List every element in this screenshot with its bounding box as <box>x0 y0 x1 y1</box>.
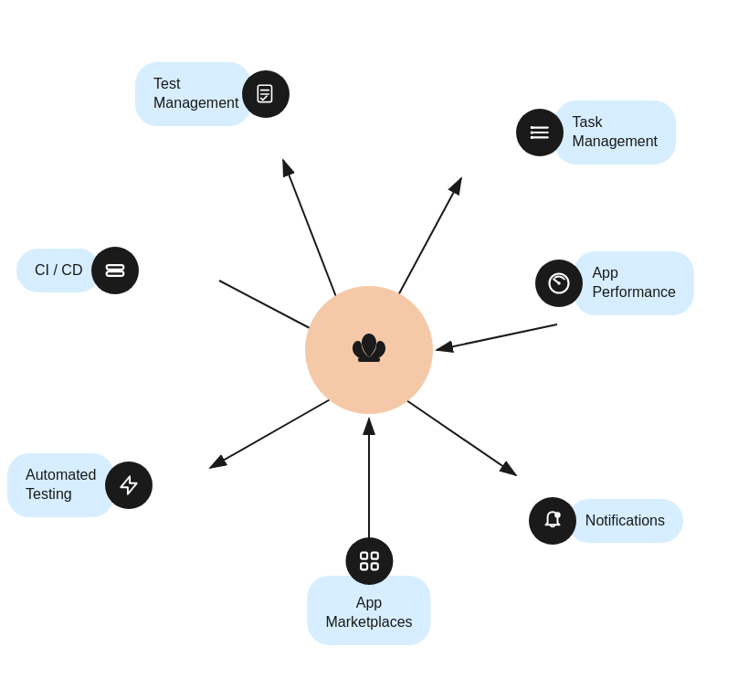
center-circle <box>305 286 433 414</box>
test-management-label: TestManagement <box>153 75 238 113</box>
test-management-bubble: TestManagement <box>135 62 251 126</box>
app-performance-label: AppPerformance <box>592 264 676 302</box>
svg-line-6 <box>210 398 333 468</box>
svg-marker-23 <box>121 476 137 494</box>
svg-rect-26 <box>371 553 377 559</box>
svg-line-5 <box>437 324 557 350</box>
node-notifications: Notifications <box>529 497 683 545</box>
app-marketplaces-icon <box>345 537 393 585</box>
task-management-bubble: TaskManagement <box>554 101 676 164</box>
test-management-icon <box>242 70 290 118</box>
automated-testing-bubble: AutomatedTesting <box>7 453 114 517</box>
svg-point-18 <box>530 136 532 139</box>
svg-point-16 <box>530 131 532 133</box>
node-test-management: TestManagement <box>135 62 290 126</box>
svg-line-2 <box>283 160 338 302</box>
cicd-bubble: CI / CD <box>16 249 100 293</box>
crown-icon <box>342 323 396 377</box>
node-automated-testing: AutomatedTesting <box>7 453 153 517</box>
app-marketplaces-bubble: AppMarketplaces <box>307 576 430 645</box>
task-management-icon <box>516 109 564 156</box>
svg-point-22 <box>558 281 562 285</box>
svg-rect-9 <box>358 357 380 362</box>
node-task-management: TaskManagement <box>516 101 676 164</box>
svg-rect-19 <box>107 265 124 270</box>
automated-testing-label: AutomatedTesting <box>26 466 96 504</box>
node-app-marketplaces: AppMarketplaces <box>307 537 430 645</box>
notifications-label: Notifications <box>585 512 665 531</box>
diagram-container: TestManagement TaskManagement <box>0 0 738 700</box>
svg-line-3 <box>397 178 461 297</box>
svg-rect-25 <box>361 553 367 559</box>
app-marketplaces-label: AppMarketplaces <box>325 594 412 632</box>
svg-point-14 <box>530 126 532 129</box>
app-performance-bubble: AppPerformance <box>574 251 694 315</box>
notifications-icon <box>529 497 576 545</box>
node-cicd: CI / CD <box>16 247 139 294</box>
svg-rect-20 <box>107 271 124 276</box>
node-app-performance: AppPerformance <box>535 251 694 315</box>
svg-point-24 <box>554 512 561 518</box>
svg-rect-28 <box>371 564 377 570</box>
notifications-bubble: Notifications <box>567 499 683 544</box>
cicd-icon <box>91 247 139 294</box>
svg-rect-27 <box>361 564 367 570</box>
cicd-label: CI / CD <box>35 261 82 281</box>
app-performance-icon <box>535 260 583 307</box>
svg-line-7 <box>406 400 516 475</box>
automated-testing-icon <box>105 461 153 509</box>
task-management-label: TaskManagement <box>573 113 658 152</box>
